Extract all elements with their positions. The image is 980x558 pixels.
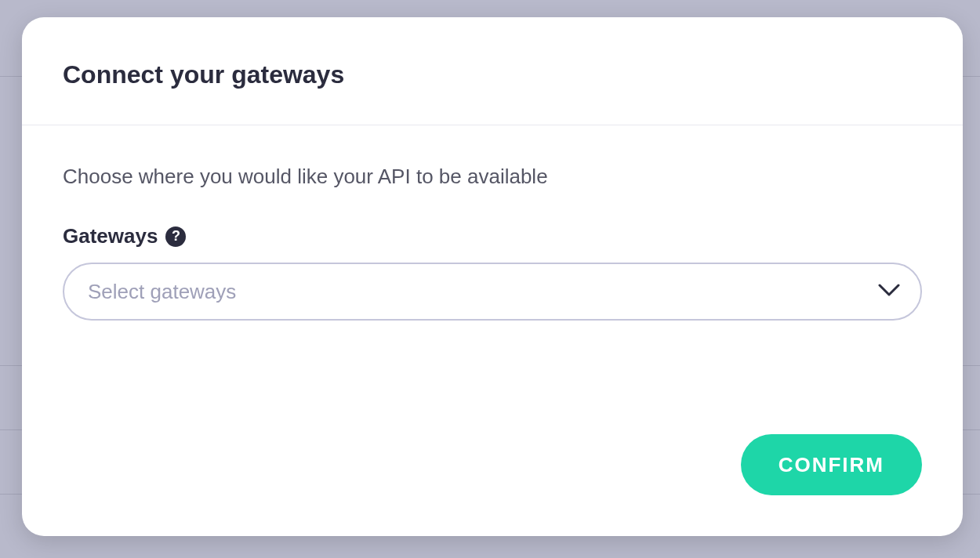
gateways-field-label: Gateways [63, 224, 158, 248]
modal-description: Choose where you would like your API to … [63, 165, 922, 189]
modal-body: Choose where you would like your API to … [22, 125, 963, 434]
gateways-select[interactable]: Select gateways [63, 263, 922, 321]
help-icon[interactable]: ? [165, 226, 186, 247]
field-label-row: Gateways ? [63, 224, 922, 248]
modal-footer: CONFIRM [22, 434, 963, 536]
modal-header: Connect your gateways [22, 17, 963, 125]
gateways-select-wrapper: Select gateways [63, 263, 922, 321]
connect-gateways-modal: Connect your gateways Choose where you w… [22, 17, 963, 536]
confirm-button[interactable]: CONFIRM [741, 434, 922, 495]
modal-title: Connect your gateways [63, 60, 922, 89]
